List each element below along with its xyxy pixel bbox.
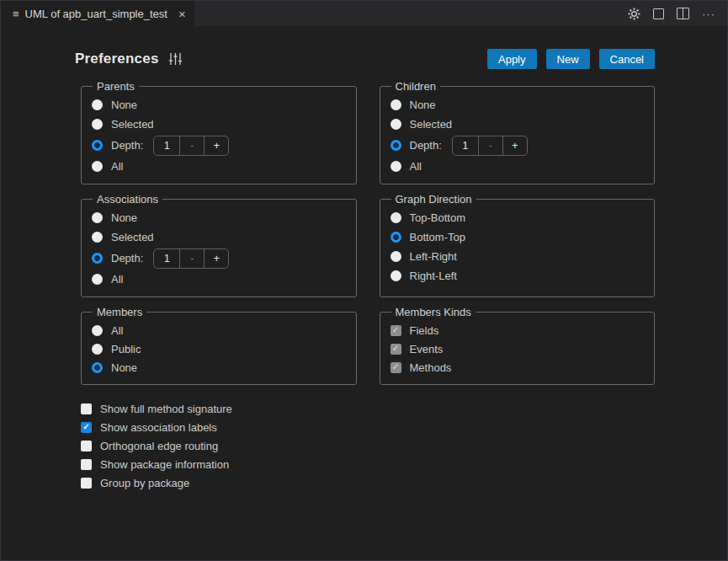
tab-close-icon[interactable]: × (178, 8, 186, 20)
radio-icon[interactable] (92, 161, 103, 172)
depth-spinner[interactable]: 1 - + (153, 136, 229, 156)
radio-icon[interactable] (391, 99, 401, 110)
group-parents-legend: Parents (93, 80, 139, 93)
radio-icon[interactable] (92, 325, 103, 336)
tab-title: UML of apb_uart_simple_test (25, 8, 167, 20)
checkbox-option-group-by-package[interactable]: Group by package (81, 473, 655, 492)
radio-icon[interactable] (391, 251, 401, 262)
radio-icon[interactable] (391, 212, 401, 223)
radio-label: All (410, 160, 422, 173)
radio-label: All (111, 160, 123, 173)
radio-icon[interactable] (92, 344, 103, 355)
checkbox-option-show-full-method-signature[interactable]: Show full method signature (81, 399, 655, 418)
radio-option-members-public[interactable]: Public (92, 339, 346, 358)
radio-icon[interactable] (92, 274, 103, 285)
spinner-value[interactable]: 1 (154, 249, 180, 268)
radio-label: Selected (410, 118, 453, 131)
checkbox-icon-disabled-checked[interactable] (391, 325, 401, 336)
radio-option-associations-selected[interactable]: Selected (92, 227, 346, 247)
radio-option-right-left[interactable]: Right-Left (391, 266, 645, 286)
checkbox-option-show-package-information[interactable]: Show package information (81, 455, 655, 473)
radio-option-parents-selected[interactable]: Selected (92, 115, 346, 134)
radio-option-children-selected[interactable]: Selected (391, 115, 645, 134)
checkbox-option-fields[interactable]: Fields (391, 321, 645, 339)
depth-spinner[interactable]: 1 - + (452, 136, 528, 156)
checkbox-icon-unchecked[interactable] (81, 441, 92, 451)
radio-icon[interactable] (391, 270, 401, 281)
radio-option-associations-all[interactable]: All (92, 270, 346, 289)
editor-actions: ··· (628, 1, 727, 26)
checkbox-icon-unchecked[interactable] (81, 403, 92, 414)
radio-option-children-none[interactable]: None (391, 95, 645, 115)
radio-icon[interactable] (391, 161, 401, 172)
radio-icon-selected[interactable] (391, 140, 401, 151)
more-actions-icon[interactable]: ··· (702, 8, 715, 19)
radio-icon[interactable] (92, 119, 103, 130)
radio-option-children-depth[interactable]: Depth: 1 - + (391, 134, 645, 157)
radio-icon[interactable] (92, 212, 103, 223)
radio-option-top-bottom[interactable]: Top-Bottom (391, 208, 645, 227)
spinner-increment-button[interactable]: + (205, 249, 228, 268)
radio-icon-selected[interactable] (92, 253, 103, 264)
settings-gear-icon[interactable] (628, 8, 640, 20)
layout-square-icon[interactable] (653, 8, 664, 19)
radio-icon-selected[interactable] (92, 362, 103, 373)
radio-icon-selected[interactable] (92, 140, 103, 151)
radio-icon[interactable] (92, 232, 103, 243)
radio-option-members-none[interactable]: None (92, 358, 346, 377)
spinner-decrement-button[interactable]: - (180, 136, 205, 155)
group-children-legend: Children (391, 80, 440, 93)
editor-window: ≡ UML of apb_uart_simple_test × ··· (0, 0, 728, 561)
radio-icon-selected[interactable] (391, 232, 401, 243)
radio-option-associations-none[interactable]: None (92, 208, 346, 227)
preferences-header: Preferences Apply New Cancel (75, 46, 655, 72)
radio-option-parents-depth[interactable]: Depth: 1 - + (92, 134, 346, 157)
checkbox-icon-disabled-checked[interactable] (391, 344, 401, 355)
group-associations: Associations None Selected Depth: 1 - + (81, 193, 357, 297)
radio-option-children-all[interactable]: All (391, 157, 645, 176)
list-menu-icon: ≡ (13, 8, 19, 20)
checkbox-label: Methods (410, 361, 452, 374)
apply-button[interactable]: Apply (487, 49, 537, 69)
checkbox-option-events[interactable]: Events (391, 339, 645, 358)
checkbox-icon-unchecked[interactable] (81, 478, 92, 489)
radio-option-left-right[interactable]: Left-Right (391, 247, 645, 266)
radio-label: None (111, 99, 137, 111)
group-parents: Parents None Selected Depth: 1 - + (81, 80, 357, 184)
action-buttons: Apply New Cancel (487, 49, 655, 69)
radio-option-parents-none[interactable]: None (92, 95, 346, 115)
spinner-value[interactable]: 1 (154, 136, 180, 155)
preferences-panel: Preferences Apply New Cancel Parents Non… (1, 26, 727, 560)
radio-label: Bottom-Top (410, 231, 465, 243)
checkbox-option-show-association-labels[interactable]: Show association labels (81, 418, 655, 436)
spinner-decrement-button[interactable]: - (180, 249, 205, 268)
group-members-kinds: Members Kinds Fields Events Methods (380, 306, 656, 385)
cancel-button[interactable]: Cancel (599, 49, 655, 69)
checkbox-icon-unchecked[interactable] (81, 459, 92, 470)
radio-option-parents-all[interactable]: All (92, 157, 346, 176)
checkbox-label: Fields (410, 324, 439, 337)
spinner-decrement-button[interactable]: - (479, 136, 503, 155)
tab-uml-preferences[interactable]: ≡ UML of apb_uart_simple_test × (1, 1, 194, 26)
radio-icon[interactable] (92, 99, 103, 110)
checkbox-icon-checked[interactable] (81, 422, 92, 433)
radio-option-members-all[interactable]: All (92, 321, 346, 339)
checkbox-option-methods[interactable]: Methods (391, 358, 645, 377)
split-editor-icon[interactable] (677, 8, 689, 19)
radio-option-bottom-top[interactable]: Bottom-Top (391, 227, 645, 247)
spinner-increment-button[interactable]: + (503, 136, 527, 155)
group-graph-direction-legend: Graph Direction (391, 193, 476, 206)
new-button[interactable]: New (546, 49, 590, 69)
group-members: Members All Public None (81, 306, 357, 385)
radio-label: Depth: (410, 139, 442, 152)
depth-spinner[interactable]: 1 - + (153, 248, 229, 269)
checkbox-option-orthogonal-edge-routing[interactable]: Orthogonal edge routing (81, 436, 655, 455)
tab-bar: ≡ UML of apb_uart_simple_test × ··· (1, 1, 727, 26)
checkbox-icon-disabled-checked[interactable] (391, 362, 401, 373)
radio-icon[interactable] (391, 119, 401, 130)
radio-option-associations-depth[interactable]: Depth: 1 - + (92, 247, 346, 270)
spinner-value[interactable]: 1 (453, 136, 479, 155)
spinner-increment-button[interactable]: + (205, 136, 228, 155)
group-children: Children None Selected Depth: 1 - + (380, 80, 656, 184)
radio-label: Selected (111, 118, 154, 131)
